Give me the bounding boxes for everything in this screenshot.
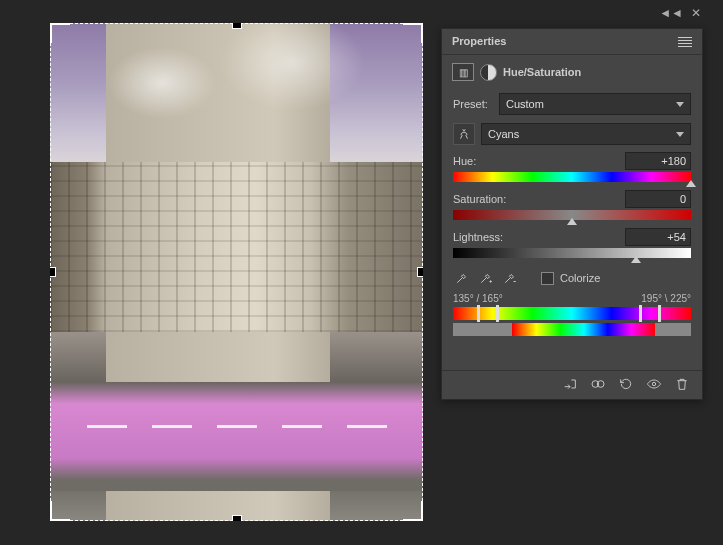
reset-icon[interactable]	[618, 376, 634, 394]
range-left: 135° / 165°	[453, 293, 503, 304]
handle-top-left[interactable]	[50, 23, 70, 43]
hue-slider-track[interactable]	[453, 172, 691, 182]
hue-range-bar-bottom[interactable]	[453, 323, 691, 336]
panel-header[interactable]: Properties	[442, 29, 702, 55]
range-marker-2[interactable]	[496, 305, 499, 322]
eyedropper-row: Colorize	[442, 263, 702, 293]
adjustment-name: Hue/Saturation	[503, 66, 581, 78]
mask-view-icon[interactable]	[590, 376, 606, 394]
saturation-value-input[interactable]: 0	[625, 190, 691, 208]
visibility-icon[interactable]	[646, 376, 662, 394]
collapse-icon[interactable]: ◄◄	[659, 6, 683, 20]
hue-slider-thumb[interactable]	[686, 180, 696, 187]
preset-value: Custom	[506, 98, 544, 110]
image-road	[50, 382, 423, 492]
range-labels: 135° / 165° 195° \ 225°	[442, 293, 702, 304]
hue-value-input[interactable]: +180	[625, 152, 691, 170]
clip-to-layer-icon[interactable]	[562, 376, 578, 394]
panel-title: Properties	[452, 29, 506, 54]
channel-value: Cyans	[488, 128, 519, 140]
saturation-label: Saturation:	[453, 193, 506, 205]
preset-label: Preset:	[453, 98, 493, 110]
eyedropper-subtract-icon[interactable]	[501, 269, 519, 287]
handle-bottom[interactable]	[232, 515, 242, 521]
panel-window-controls: ◄◄ ✕	[659, 6, 701, 20]
channel-row: Cyans	[442, 119, 702, 149]
range-marker-4[interactable]	[658, 305, 661, 322]
hue-sat-icon	[480, 64, 497, 81]
lightness-slider-row: Lightness: +54	[442, 225, 702, 263]
range-marker-3[interactable]	[639, 305, 642, 322]
panel-footer	[442, 370, 702, 399]
saturation-slider-row: Saturation: 0	[442, 187, 702, 225]
colorize-checkbox[interactable]	[541, 272, 554, 285]
adjustment-title-row: ▥ Hue/Saturation	[442, 55, 702, 89]
hue-range-bar-top[interactable]	[453, 307, 691, 320]
saturation-slider-track[interactable]	[453, 210, 691, 220]
targeted-adjust-icon[interactable]	[453, 123, 475, 145]
lightness-label: Lightness:	[453, 231, 503, 243]
handle-bottom-right[interactable]	[403, 501, 423, 521]
channel-select[interactable]: Cyans	[481, 123, 691, 145]
eyedropper-icon[interactable]	[453, 269, 471, 287]
eyedropper-add-icon[interactable]	[477, 269, 495, 287]
range-marker-1[interactable]	[477, 305, 480, 322]
range-right: 195° \ 225°	[641, 293, 691, 304]
image-content	[50, 162, 423, 331]
hue-label: Hue:	[453, 155, 476, 167]
document-canvas[interactable]	[50, 23, 423, 521]
panel-menu-icon[interactable]	[678, 37, 692, 47]
saturation-slider-thumb[interactable]	[567, 218, 577, 225]
adjustment-layer-icon: ▥	[452, 63, 474, 81]
hue-slider-row: Hue: +180	[442, 149, 702, 187]
colorize-label: Colorize	[560, 272, 600, 284]
lightness-slider-thumb[interactable]	[631, 256, 641, 263]
close-icon[interactable]: ✕	[691, 6, 701, 20]
lightness-value-input[interactable]: +54	[625, 228, 691, 246]
handle-bottom-left[interactable]	[50, 501, 70, 521]
svg-point-2	[652, 382, 655, 385]
preset-select[interactable]: Custom	[499, 93, 691, 115]
preset-row: Preset: Custom	[442, 89, 702, 119]
handle-top[interactable]	[232, 23, 242, 29]
trash-icon[interactable]	[674, 376, 690, 394]
handle-top-right[interactable]	[403, 23, 423, 43]
workspace	[0, 0, 438, 545]
lightness-slider-track[interactable]	[453, 248, 691, 258]
properties-panel: Properties ▥ Hue/Saturation Preset: Cust…	[441, 28, 703, 400]
